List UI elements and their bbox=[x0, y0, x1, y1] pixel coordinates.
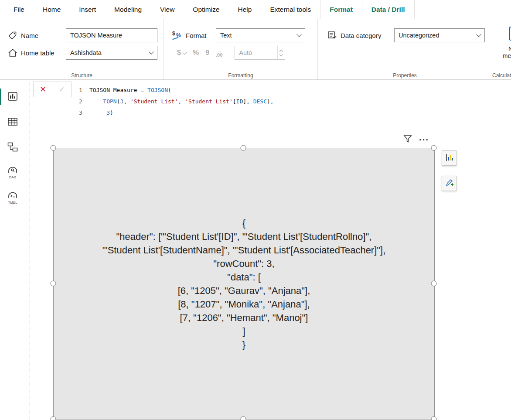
card-json-line: "header": ["'Student List'[ID]", "'Stude… bbox=[102, 230, 386, 243]
measure-name-input[interactable]: TOJSON Measure bbox=[66, 28, 157, 42]
cancel-formula-button[interactable]: ✕ bbox=[34, 82, 52, 97]
format-visual-button[interactable] bbox=[442, 176, 457, 191]
report-view-icon bbox=[8, 92, 17, 102]
visual-header-toolbar: ··· bbox=[403, 135, 429, 144]
selection-handle[interactable] bbox=[51, 417, 56, 420]
percent-format-icon: % bbox=[193, 49, 199, 57]
view-sidebar: DAX TMDL bbox=[0, 80, 30, 420]
sidebar-report-view[interactable] bbox=[0, 84, 25, 109]
selection-handle[interactable] bbox=[241, 145, 246, 151]
name-label: Name bbox=[21, 32, 38, 39]
card-json-line: "rowCount": 3, bbox=[102, 257, 386, 270]
tab-insert[interactable]: Insert bbox=[70, 0, 105, 19]
format-dropdown[interactable]: Text bbox=[216, 28, 305, 42]
tab-file[interactable]: File bbox=[4, 0, 34, 19]
sidebar-model-view[interactable] bbox=[0, 135, 25, 160]
selection-handle[interactable] bbox=[241, 417, 246, 420]
tab-view[interactable]: View bbox=[151, 0, 184, 19]
powerbi-window: FileHomeInsertModelingViewOptimizeHelpEx… bbox=[0, 0, 511, 420]
ribbon-group-calculations: New measure Quick measure Calculations bbox=[492, 19, 511, 79]
svg-text:$: $ bbox=[172, 31, 175, 37]
card-json-line: [6, "1205", "Gaurav", "Anjana"], bbox=[102, 284, 386, 297]
format-painter-icon: $% bbox=[172, 30, 183, 41]
tab-modeling[interactable]: Modeling bbox=[105, 0, 151, 19]
selection-handle[interactable] bbox=[431, 417, 437, 420]
selection-handle[interactable] bbox=[431, 145, 437, 151]
chevron-down-icon bbox=[182, 50, 187, 55]
formula-code-area[interactable]: 1TOJSON Measure = TOJSON(2 TOPN(3, 'Stud… bbox=[30, 80, 511, 119]
dax-query-view-icon bbox=[8, 167, 17, 174]
sidebar-table-view[interactable] bbox=[0, 109, 25, 135]
spinner-control bbox=[277, 46, 285, 59]
more-options-icon[interactable]: ··· bbox=[419, 137, 429, 142]
home-icon bbox=[7, 48, 18, 57]
dax-query-view-label: DAX bbox=[9, 175, 16, 179]
data-category-label: Data category bbox=[341, 32, 381, 39]
new-measure-icon bbox=[508, 26, 511, 45]
formula-code: TOPN(3, 'Student List', 'Student List'[I… bbox=[89, 96, 274, 107]
decimal-places-input: Auto bbox=[235, 46, 285, 60]
card-visual-content: {"header": ["'Student List'[ID]", "'Stud… bbox=[102, 216, 386, 352]
data-category-dropdown[interactable]: Uncategorized bbox=[394, 28, 485, 42]
tab-format[interactable]: Format bbox=[320, 0, 362, 19]
tmdl-view-icon bbox=[8, 192, 17, 200]
section-label-formatting: Formatting bbox=[164, 72, 317, 79]
home-table-dropdown[interactable]: Ashishdata bbox=[66, 46, 157, 60]
home-table-label: Home table bbox=[21, 49, 55, 57]
analyze-visual-button[interactable] bbox=[442, 150, 457, 166]
card-json-line: [8, "1207", "Monika", "Anjana"], bbox=[102, 297, 386, 311]
tab-optimize[interactable]: Optimize bbox=[184, 0, 228, 19]
tmdl-view-label: TMDL bbox=[8, 201, 17, 205]
data-category-value: Uncategorized bbox=[399, 32, 439, 39]
line-number: 2 bbox=[79, 96, 89, 107]
formula-commit-controls: ✕ ✓ bbox=[33, 82, 72, 97]
pen-plus-icon bbox=[445, 178, 454, 188]
line-number: 3 bbox=[79, 107, 89, 119]
card-json-line: [7, "1206", "Hemant", "Manoj"] bbox=[102, 311, 386, 324]
formula-code: 3) bbox=[89, 107, 113, 119]
ribbon-group-formatting: $% Format Text $ % 9 →.00 Auto Formattin… bbox=[164, 19, 318, 79]
tab-data-drill[interactable]: Data / Drill bbox=[362, 0, 415, 19]
section-label-calculations: Calculations bbox=[492, 72, 511, 79]
commit-formula-button[interactable]: ✓ bbox=[52, 82, 71, 97]
chevron-down-icon bbox=[476, 32, 481, 37]
mini-chart-icon bbox=[445, 153, 454, 163]
selection-handle[interactable] bbox=[51, 145, 56, 151]
menu-tab-bar: FileHomeInsertModelingViewOptimizeHelpEx… bbox=[0, 0, 511, 19]
tab-external-tools[interactable]: External tools bbox=[261, 0, 320, 19]
formula-line[interactable]: 1TOJSON Measure = TOJSON( bbox=[79, 85, 511, 96]
card-json-line: } bbox=[102, 338, 386, 352]
tab-help[interactable]: Help bbox=[229, 0, 261, 19]
report-canvas[interactable]: ··· {"header": ["'Student List'[ID]", "'… bbox=[30, 119, 511, 420]
new-measure-label: New measure bbox=[501, 45, 511, 59]
selection-handle[interactable] bbox=[431, 281, 437, 287]
card-json-line: "data": [ bbox=[102, 270, 386, 284]
formula-code: TOJSON Measure = TOJSON( bbox=[89, 85, 171, 96]
model-view-icon bbox=[7, 142, 18, 153]
decimal-places-icon: →.00 bbox=[216, 48, 222, 57]
name-tag-icon bbox=[7, 31, 18, 40]
tab-home[interactable]: Home bbox=[34, 0, 70, 19]
card-json-line: "'Student List'[StudentName]", "'Student… bbox=[102, 243, 386, 257]
selection-handle[interactable] bbox=[51, 281, 56, 287]
chevron-down-icon bbox=[296, 32, 301, 37]
chevron-down-icon bbox=[149, 49, 153, 54]
section-label-properties: Properties bbox=[318, 72, 492, 79]
sidebar-dax-query-view[interactable]: DAX bbox=[0, 160, 25, 185]
formula-line[interactable]: 3 3) bbox=[79, 107, 511, 119]
data-category-icon bbox=[327, 31, 338, 40]
section-label-structure: Structure bbox=[0, 72, 164, 79]
sidebar-tmdl-view[interactable]: TMDL bbox=[0, 185, 25, 211]
thousands-separator-icon: 9 bbox=[205, 49, 209, 57]
new-measure-button[interactable]: New measure bbox=[497, 26, 511, 71]
formula-line[interactable]: 2 TOPN(3, 'Student List', 'Student List'… bbox=[79, 96, 511, 107]
currency-format-icon: $ bbox=[177, 49, 186, 57]
table-view-icon bbox=[8, 117, 17, 127]
card-json-line: { bbox=[102, 216, 386, 230]
line-number: 1 bbox=[79, 85, 89, 96]
decimal-places-value: Auto bbox=[239, 49, 252, 56]
ribbon-group-properties: Data category Uncategorized Properties bbox=[318, 19, 492, 79]
card-visual[interactable]: {"header": ["'Student List'[ID]", "'Stud… bbox=[53, 148, 435, 420]
measure-name-value: TOJSON Measure bbox=[70, 32, 122, 39]
filter-icon[interactable] bbox=[403, 135, 412, 144]
